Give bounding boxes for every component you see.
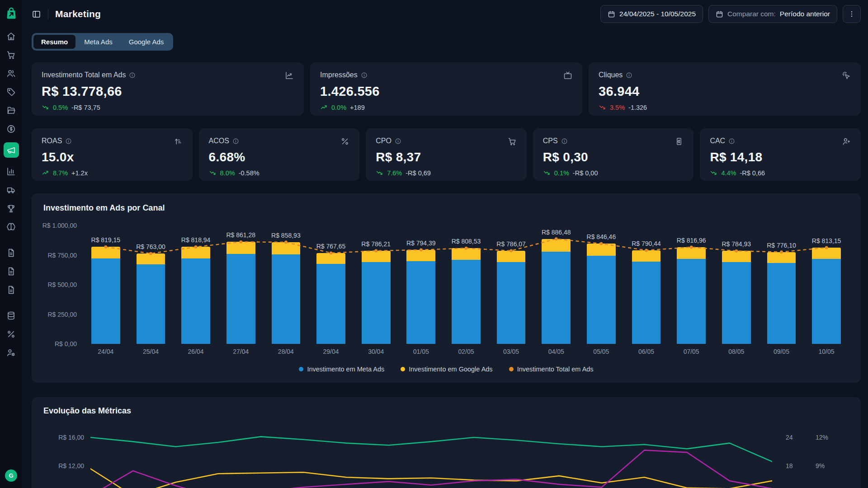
sidebar-toggle-button[interactable] xyxy=(32,9,41,19)
bar-column-24-04[interactable]: R$ 819,15 xyxy=(83,225,128,344)
kebab-menu-icon xyxy=(848,10,856,18)
bar-segment-meta-ads xyxy=(406,261,435,344)
legend-item-investimento-total-em-ads: Investimento Total em Ads xyxy=(509,366,594,373)
kpi-delta: 0.0% +189 xyxy=(320,103,572,111)
bar-value-label: R$ 794,39 xyxy=(406,239,436,247)
info-icon xyxy=(395,138,401,145)
kpi-delta-percent: 8.7% xyxy=(53,169,68,177)
kpi-delta-percent: 0.5% xyxy=(53,104,68,111)
kpi-delta-percent: 0.1% xyxy=(554,169,569,177)
bar-stack xyxy=(91,247,120,344)
app-root: G Marketing 24/04/2025 - 10/05/2025 xyxy=(0,0,868,488)
left-axis-tick: R$ 16,00 xyxy=(58,434,84,441)
info-icon xyxy=(232,138,239,145)
bar-column-06-05[interactable]: R$ 790,44 xyxy=(624,225,669,344)
sidebar-item-truck[interactable] xyxy=(4,185,19,195)
bar-segment-google-ads xyxy=(677,247,706,259)
sidebar-item-file-text[interactable] xyxy=(4,285,19,295)
sidebar-item-users[interactable] xyxy=(4,68,19,78)
bar-stack xyxy=(452,248,481,344)
date-range-button[interactable]: 24/04/2025 - 10/05/2025 xyxy=(600,5,703,23)
bar-column-30-04[interactable]: R$ 786,21 xyxy=(354,225,399,344)
bar-column-28-04[interactable]: R$ 858,93 xyxy=(264,225,309,344)
bar-column-08-05[interactable]: R$ 784,93 xyxy=(714,225,759,344)
trend-up-icon xyxy=(320,103,328,111)
bar-column-10-05[interactable]: R$ 813,15 xyxy=(804,225,849,344)
bar-chart-x-axis: 24/0425/0426/0427/0428/0429/0430/0401/05… xyxy=(43,348,849,355)
green-line xyxy=(90,436,772,461)
y-axis-tick: R$ 750,00 xyxy=(47,252,77,259)
bar-column-09-05[interactable]: R$ 776,10 xyxy=(759,225,804,344)
sidebar-item-brain[interactable] xyxy=(4,222,19,232)
sidebar-item-home[interactable] xyxy=(4,31,19,41)
compare-button[interactable]: Comparar com: Período anterior xyxy=(708,5,837,23)
bar-segment-meta-ads xyxy=(316,264,345,344)
trend-down-icon xyxy=(209,169,217,177)
x-axis-tick: 26/04 xyxy=(173,348,218,355)
bar-column-03-05[interactable]: R$ 786,07 xyxy=(489,225,534,344)
bar-segment-google-ads xyxy=(587,244,616,256)
more-options-button[interactable] xyxy=(843,5,861,23)
brain-icon xyxy=(6,222,16,232)
bar-segment-google-ads xyxy=(452,248,481,259)
tab-resumo[interactable]: Resumo xyxy=(33,35,75,49)
sidebar-item-megaphone[interactable] xyxy=(4,142,19,158)
left-axis-tick: R$ 12,00 xyxy=(58,462,84,469)
bar-segment-meta-ads xyxy=(362,262,391,344)
bar-stack xyxy=(362,251,391,344)
bar-segment-google-ads xyxy=(812,248,841,259)
tab-meta-ads[interactable]: Meta Ads xyxy=(76,35,120,49)
bar-column-04-05[interactable]: R$ 886,48 xyxy=(533,225,579,344)
bar-value-label: R$ 846,46 xyxy=(587,233,616,240)
bar-column-05-05[interactable]: R$ 846,46 xyxy=(579,225,624,344)
trend-down-icon xyxy=(710,169,717,177)
bar-segment-google-ads xyxy=(226,242,255,254)
sidebar-item-tag[interactable] xyxy=(4,87,19,97)
sidebar-item-file-text[interactable] xyxy=(4,248,19,258)
legend-label: Investimento em Meta Ads xyxy=(307,366,384,373)
bar-column-02-05[interactable]: R$ 808,53 xyxy=(443,225,489,344)
tab-google-ads[interactable]: Google Ads xyxy=(121,35,172,49)
sidebar-item-database[interactable] xyxy=(4,310,19,320)
line-chart-plot xyxy=(90,425,772,488)
bar-segment-google-ads xyxy=(137,253,165,264)
sidebar-item-percent[interactable] xyxy=(4,329,19,339)
calendar-icon xyxy=(608,10,615,18)
sidebar-item-dollar-circle[interactable] xyxy=(4,124,19,134)
bar-column-25-04[interactable]: R$ 763,00 xyxy=(128,225,174,344)
right-axis-percent-tick: 9% xyxy=(816,462,825,469)
kpi-card-roas: ROAS 15.0x 8.7% +1.2x xyxy=(32,128,193,181)
bar-segment-google-ads xyxy=(632,250,661,262)
kpi-card-cpo: CPO R$ 8,37 7.6% -R$ 0,69 xyxy=(366,128,527,181)
bar-chart-title: Investimento em Ads por Canal xyxy=(43,203,849,213)
kpi-delta-absolute: +189 xyxy=(350,104,365,111)
sidebar-item-folder[interactable] xyxy=(4,105,19,115)
bar-column-07-05[interactable]: R$ 816,96 xyxy=(669,225,714,344)
app-logo[interactable] xyxy=(4,6,19,20)
bar-column-27-04[interactable]: R$ 861,28 xyxy=(218,225,264,344)
bar-column-26-04[interactable]: R$ 818,94 xyxy=(173,225,218,344)
sidebar-item-user-cog[interactable] xyxy=(4,347,19,357)
bar-segment-meta-ads xyxy=(542,252,571,344)
user-avatar[interactable]: G xyxy=(5,469,17,482)
kpi-label: CPS xyxy=(543,137,558,145)
y-axis-tick: R$ 250,00 xyxy=(47,311,77,318)
compare-label: Comparar com: xyxy=(727,10,776,18)
sidebar-item-bar-chart[interactable] xyxy=(4,166,19,176)
tag-icon xyxy=(6,87,16,97)
bar-column-29-04[interactable]: R$ 767,65 xyxy=(308,225,354,344)
bar-segment-google-ads xyxy=(722,251,751,262)
bar-segment-google-ads xyxy=(316,253,345,264)
info-icon xyxy=(361,72,368,79)
legend-dot xyxy=(509,367,514,371)
bar-segment-google-ads xyxy=(767,252,796,263)
page-title: Marketing xyxy=(55,9,101,19)
bar-segment-google-ads xyxy=(497,251,526,262)
x-axis-tick: 25/04 xyxy=(128,348,174,355)
sidebar-item-trophy[interactable] xyxy=(4,203,19,213)
sidebar-item-shopping-cart[interactable] xyxy=(4,50,19,60)
sidebar-item-file-text[interactable] xyxy=(4,266,19,276)
bar-value-label: R$ 776,10 xyxy=(767,242,796,249)
bar-column-01-05[interactable]: R$ 794,39 xyxy=(398,225,443,344)
bar-stack xyxy=(316,253,345,344)
